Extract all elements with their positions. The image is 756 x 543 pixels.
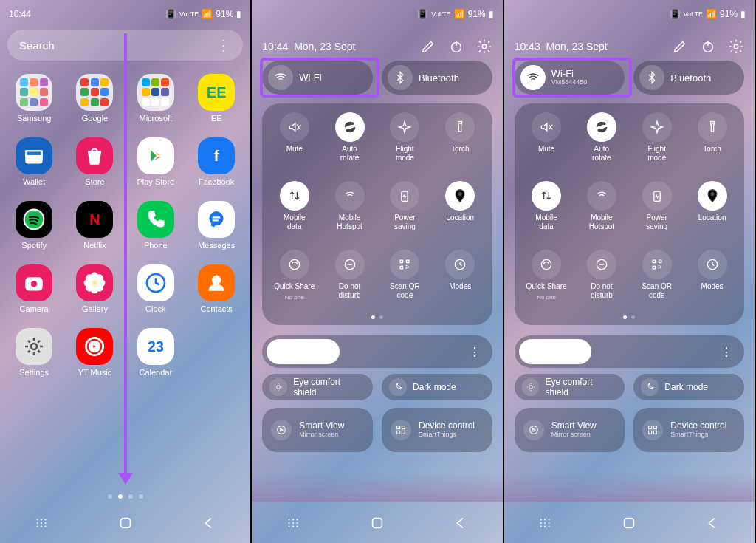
qs-rotate[interactable]: Autorotate — [322, 112, 377, 181]
back-icon[interactable] — [453, 515, 469, 531]
qs-label: Torch — [451, 145, 469, 154]
app-microsoft[interactable]: Microsoft — [129, 74, 182, 123]
app-clock[interactable]: Clock — [129, 264, 182, 313]
qs-qshare[interactable]: Quick ShareNo one — [267, 250, 322, 318]
device-control-tile[interactable]: Device controlSmartThings — [633, 408, 744, 452]
home-icon[interactable] — [369, 515, 385, 531]
nav-bar — [0, 515, 250, 531]
blur-strip — [252, 472, 502, 502]
app-settings[interactable]: Settings — [7, 328, 61, 377]
qs-location[interactable]: Location — [433, 181, 488, 250]
qs-mute[interactable]: Mute — [519, 112, 574, 181]
power-icon[interactable] — [700, 38, 716, 55]
qs-label: Scan QRcode — [390, 282, 420, 299]
app-play-store[interactable]: Play Store — [129, 137, 182, 186]
hotspot-icon — [335, 181, 365, 211]
eye-label: Eye comfort shield — [545, 377, 617, 397]
app-phone[interactable]: Phone — [129, 201, 182, 250]
qs-torch[interactable]: Torch — [684, 112, 740, 181]
app-store[interactable]: Store — [68, 137, 121, 186]
qs-label: Scan QRcode — [642, 282, 672, 299]
sv-sub: Mirror screen — [551, 431, 597, 439]
recents-icon[interactable] — [537, 515, 554, 531]
qs-power[interactable]: Powersaving — [629, 181, 684, 250]
dark-mode-toggle[interactable]: Dark mode — [382, 374, 492, 400]
brightness-more-icon[interactable]: ⋮ — [721, 345, 732, 359]
app-camera[interactable]: Camera — [7, 264, 61, 313]
qs-plane[interactable]: Flightmode — [377, 112, 433, 181]
wifi-toggle[interactable]: Wi-Fi — [262, 61, 373, 95]
bluetooth-icon — [388, 65, 413, 90]
svg-rect-49 — [654, 431, 657, 434]
wifi-toggle[interactable]: Wi-FiVM5844450 — [515, 61, 625, 95]
brightness-slider[interactable]: ⋮ — [262, 335, 492, 368]
dnd-icon — [587, 250, 616, 279]
qs-rotate[interactable]: Autorotate — [574, 112, 629, 181]
recents-icon[interactable] — [286, 515, 302, 531]
edit-icon[interactable] — [672, 38, 688, 55]
app-samsung[interactable]: Samsung — [7, 74, 61, 123]
battery-text: 91% — [216, 9, 233, 19]
settings-icon[interactable] — [728, 38, 744, 55]
eye-comfort-toggle[interactable]: Eye comfort shield — [262, 374, 373, 400]
qs-modes[interactable]: Modes — [684, 250, 740, 318]
smart-view-tile[interactable]: Smart ViewMirror screen — [262, 408, 373, 452]
app-label: EE — [211, 114, 222, 123]
qs-plane[interactable]: Flightmode — [629, 112, 684, 181]
qs-qr[interactable]: Scan QRcode — [629, 250, 684, 318]
qp-time: 10:44 — [262, 41, 288, 52]
qs-modes[interactable]: Modes — [433, 250, 488, 318]
app-google[interactable]: Google — [68, 74, 121, 123]
qs-mute[interactable]: Mute — [267, 112, 322, 181]
qs-location[interactable]: Location — [684, 181, 740, 250]
eye-comfort-toggle[interactable]: Eye comfort shield — [515, 374, 625, 400]
page-indicator[interactable] — [0, 494, 250, 499]
phone-qp-on: 📳 VoLTE 📶 91% ▮ 10:43 Mon, 23 Sept Wi-Fi… — [504, 0, 756, 543]
app-yt-music[interactable]: YT Music — [68, 328, 121, 377]
dark-mode-toggle[interactable]: Dark mode — [633, 374, 744, 400]
qs-data[interactable]: Mobiledata — [267, 181, 322, 250]
torch-icon — [445, 112, 475, 142]
app-calendar[interactable]: 23Calendar — [129, 328, 182, 377]
vibrate-icon: 📳 — [165, 9, 176, 19]
qs-hotspot[interactable]: MobileHotspot — [322, 181, 377, 250]
qs-dnd[interactable]: Do notdisturb — [322, 250, 377, 318]
qs-qshare[interactable]: Quick ShareNo one — [519, 250, 574, 318]
app-spotify[interactable]: Spotify — [7, 201, 61, 250]
app-wallet[interactable]: Wallet — [7, 137, 61, 186]
app-ee[interactable]: EEEE — [190, 74, 243, 123]
dark-label: Dark mode — [413, 382, 456, 392]
brightness-more-icon[interactable]: ⋮ — [469, 345, 481, 359]
edit-icon[interactable] — [420, 38, 436, 55]
app-label: Store — [85, 177, 104, 186]
recents-icon[interactable] — [34, 515, 50, 531]
device-control-tile[interactable]: Device controlSmartThings — [382, 408, 492, 452]
bluetooth-toggle[interactable]: Bluetooth — [633, 61, 744, 95]
svg-rect-33 — [397, 431, 400, 434]
app-facebook[interactable]: fFacebook — [190, 137, 243, 186]
qs-label: Location — [698, 214, 726, 222]
home-icon[interactable] — [117, 515, 134, 531]
qs-hotspot[interactable]: MobileHotspot — [574, 181, 629, 250]
app-netflix[interactable]: NNetflix — [68, 201, 121, 250]
power-icon — [642, 181, 672, 211]
qs-qr[interactable]: Scan QRcode — [377, 250, 433, 318]
app-gallery[interactable]: Gallery — [68, 264, 121, 313]
app-contacts[interactable]: Contacts — [190, 264, 243, 313]
brightness-slider[interactable]: ⋮ — [515, 335, 744, 368]
qs-label: Flightmode — [396, 145, 414, 162]
qs-power[interactable]: Powersaving — [377, 181, 433, 250]
app-messages[interactable]: Messages — [190, 201, 243, 250]
back-icon[interactable] — [704, 515, 721, 531]
qs-label: Mute — [538, 145, 554, 154]
qs-dnd[interactable]: Do notdisturb — [574, 250, 629, 318]
bluetooth-toggle[interactable]: Bluetooth — [382, 61, 492, 95]
home-icon[interactable] — [621, 515, 637, 531]
power-icon[interactable] — [448, 38, 464, 55]
qs-torch[interactable]: Torch — [433, 112, 488, 181]
qs-data[interactable]: Mobiledata — [519, 181, 574, 250]
sv-sub: Mirror screen — [299, 431, 344, 439]
smart-view-tile[interactable]: Smart ViewMirror screen — [515, 408, 625, 452]
settings-icon[interactable] — [476, 38, 492, 55]
back-icon[interactable] — [201, 515, 217, 531]
